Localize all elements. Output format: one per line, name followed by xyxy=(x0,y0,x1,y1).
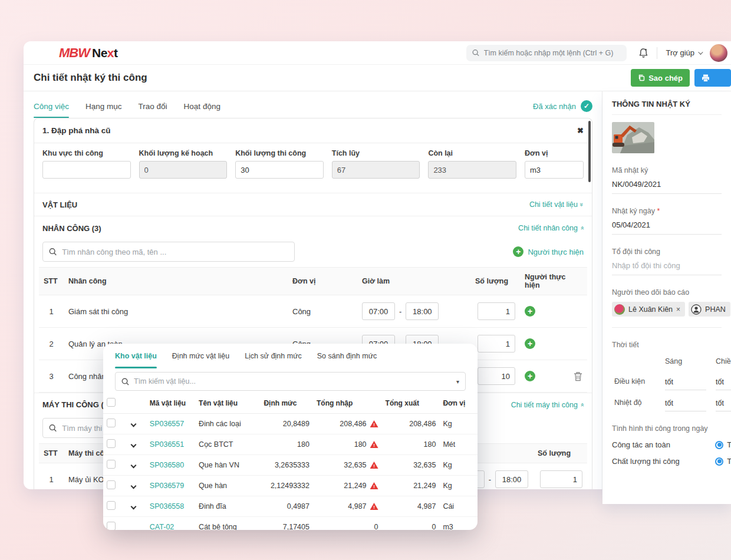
labor-row: 1 Giám sát thi công Công - + xyxy=(39,295,587,328)
condition-afternoon-field[interactable]: tốt xyxy=(716,372,731,390)
user-avatar[interactable] xyxy=(710,44,727,62)
chevron-up-icon: » xyxy=(578,403,585,406)
material-table: Mã vật liệu Tên vật liệu Định mức Tổng n… xyxy=(103,393,478,530)
close-icon[interactable]: ✖ xyxy=(577,126,584,135)
temperature-afternoon-field[interactable]: tốt xyxy=(716,393,731,411)
remove-chip-icon[interactable]: × xyxy=(676,305,680,314)
tab-hoat-dong[interactable]: Hoạt động xyxy=(184,102,220,118)
expand-chevron-icon[interactable] xyxy=(130,421,136,427)
tich-luy-input xyxy=(332,161,420,179)
row-checkbox[interactable] xyxy=(107,439,116,448)
copy-button[interactable]: Sao chép xyxy=(631,69,690,87)
weather-col-morning: Sáng xyxy=(665,357,716,369)
plus-icon: + xyxy=(513,246,523,257)
follower-chip[interactable]: PHAN xyxy=(689,302,730,317)
radio-selected-icon[interactable] xyxy=(715,441,723,449)
material-search-select[interactable]: ▾ xyxy=(115,372,466,391)
materials-detail-link[interactable]: Chi tiết vật liệu » xyxy=(529,200,584,209)
condition-morning-field[interactable]: tốt xyxy=(665,372,706,390)
material-popup: Kho vật liệu Định mức vật liệu Lịch sử đ… xyxy=(103,344,478,530)
add-performer-link[interactable]: + Người thực hiện xyxy=(513,246,584,257)
add-performer-icon[interactable]: + xyxy=(525,371,535,381)
start-time-input[interactable] xyxy=(362,302,395,320)
tab-hang-muc[interactable]: Hạng mục xyxy=(85,102,122,118)
tab-kho-vat-lieu[interactable]: Kho vật liệu xyxy=(115,344,157,368)
material-code-link[interactable]: SP036551 xyxy=(150,440,184,449)
followers-chips: Lê Xuân Kiên × PHAN xyxy=(612,302,731,317)
expand-chevron-icon[interactable] xyxy=(130,504,136,510)
row-checkbox[interactable] xyxy=(107,501,116,510)
diary-date-field[interactable]: 05/04/2021 xyxy=(612,220,722,235)
warning-icon xyxy=(370,441,378,448)
logo-mbw-text: MBW xyxy=(59,45,90,61)
don-vi-input[interactable] xyxy=(525,161,584,179)
trash-icon[interactable] xyxy=(574,371,582,381)
safety-row: Công tác an toàn Tốt xyxy=(612,440,731,449)
team-field[interactable]: Nhập tổ đội thi công xyxy=(612,261,722,275)
header-divider xyxy=(657,47,657,59)
scrollbar-thumb[interactable] xyxy=(588,121,591,182)
diary-photo[interactable] xyxy=(612,122,654,153)
tab-trao-doi[interactable]: Trao đổi xyxy=(139,102,167,118)
material-code-link[interactable]: CAT-02 xyxy=(150,523,174,530)
end-time-input[interactable] xyxy=(495,470,528,488)
expand-chevron-icon[interactable] xyxy=(130,483,136,489)
material-search-input[interactable] xyxy=(134,377,452,386)
help-menu[interactable]: Trợ giúp xyxy=(666,48,702,57)
follower-chip[interactable]: Lê Xuân Kiên × xyxy=(612,302,685,317)
quantity-input[interactable] xyxy=(478,335,515,353)
warning-icon xyxy=(370,482,378,489)
labor-search-input[interactable] xyxy=(62,248,288,256)
daily-situation-label: Tình hình thi công trong ngày xyxy=(612,424,731,433)
temperature-label: Nhiệt độ xyxy=(612,393,665,411)
temperature-morning-field[interactable]: tốt xyxy=(665,393,706,411)
con-lai-input xyxy=(428,161,516,179)
labor-search[interactable] xyxy=(42,242,295,262)
tab-so-sanh-dinh-muc[interactable]: So sánh định mức xyxy=(317,344,377,368)
global-search[interactable] xyxy=(466,45,627,61)
avatar xyxy=(614,304,625,315)
search-icon xyxy=(472,49,479,57)
chevron-down-icon xyxy=(698,50,703,54)
row-checkbox[interactable] xyxy=(107,522,116,530)
quantity-input[interactable] xyxy=(478,367,515,385)
title-bar: Chi tiết nhật ký thi công Sao chép xyxy=(24,65,731,91)
warning-icon xyxy=(370,503,378,510)
page-title: Chi tiết nhật ký thi công xyxy=(34,72,147,84)
material-code-link[interactable]: SP036558 xyxy=(150,502,184,510)
radio-selected-icon[interactable] xyxy=(715,457,723,466)
add-performer-icon[interactable]: + xyxy=(525,338,535,349)
app-logo[interactable]: MBW Next xyxy=(59,45,118,61)
expand-chevron-icon[interactable] xyxy=(130,463,136,469)
quantity-input[interactable] xyxy=(478,302,515,320)
material-row: SP036580 Que hàn VN 3,2635333 32,635 32,… xyxy=(103,455,478,476)
popup-tab-bar: Kho vật liệu Định mức vật liệu Lịch sử đ… xyxy=(103,344,478,368)
row-checkbox[interactable] xyxy=(107,460,116,469)
end-time-input[interactable] xyxy=(406,302,439,320)
expand-chevron-icon[interactable] xyxy=(130,442,136,448)
tab-lich-su-dinh-muc[interactable]: Lịch sử định mức xyxy=(245,344,302,368)
quantity-input[interactable] xyxy=(540,470,582,488)
machines-detail-link[interactable]: Chi tiết máy thi công » xyxy=(511,401,584,409)
material-code-link[interactable]: SP036580 xyxy=(150,461,184,469)
material-code-link[interactable]: SP036557 xyxy=(150,420,184,428)
tab-dinh-muc-vat-lieu[interactable]: Định mức vật liệu xyxy=(172,344,229,368)
row-checkbox[interactable] xyxy=(107,480,116,489)
notification-bell-icon[interactable] xyxy=(638,48,648,58)
row-checkbox[interactable] xyxy=(107,419,116,427)
material-row: SP036558 Đinh đĩa 0,4987 4,987 4,987 Cái xyxy=(103,496,478,517)
select-all-checkbox[interactable] xyxy=(107,398,116,407)
khoi-luong-thi-cong-input[interactable] xyxy=(235,161,324,179)
team-label: Tổ đội thi công xyxy=(612,248,731,256)
labor-detail-link[interactable]: Chi tiết nhân công » xyxy=(518,224,584,232)
khu-vuc-input[interactable] xyxy=(42,161,131,179)
material-code-link[interactable]: SP036579 xyxy=(150,482,184,490)
print-button[interactable] xyxy=(694,69,731,87)
warning-icon xyxy=(370,420,378,427)
tab-cong-viec[interactable]: Công việc xyxy=(34,102,69,118)
material-row: SP036557 Đinh các loại 20,8489 208,486 2… xyxy=(103,414,478,434)
add-performer-icon[interactable]: + xyxy=(525,306,535,317)
global-search-input[interactable] xyxy=(484,49,621,57)
warning-icon xyxy=(370,462,378,469)
task-fields: Khu vực thi công Khối lượng kế hoạch Khố… xyxy=(34,143,592,186)
